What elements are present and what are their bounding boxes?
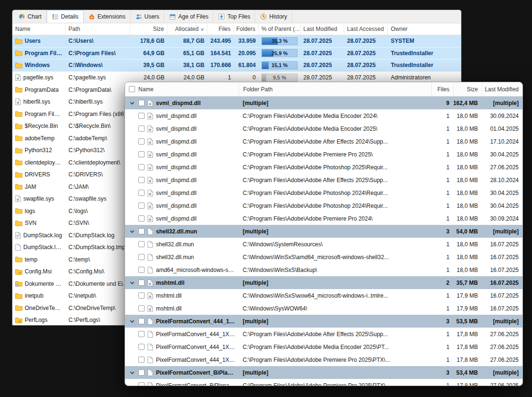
column-header-last-modified[interactable]: Last Modified [482,82,522,96]
row-checkbox[interactable] [138,280,145,286]
tab-age-of-files[interactable]: Age of Files [164,10,213,23]
column-header-name[interactable]: Name [12,23,66,35]
file-gear-icon [147,138,153,145]
row-checkbox[interactable] [138,203,145,209]
tab-history[interactable]: History [255,10,292,23]
row-name: PixelFormatConvert_BiPlanar_Frame.c... [156,382,235,387]
duplicate-file-row[interactable]: svml_dispmd.dllC:\Program Files\Adobe\Ad… [125,148,522,161]
column-header-owner[interactable]: Owner [388,23,461,35]
tab-details[interactable]: Details [47,10,84,23]
row-name: inetpub [25,292,43,299]
duplicate-file-row[interactable]: svml_dispmd.dllC:\Program Files\Adobe\Ad… [125,212,522,225]
duplicate-file-row[interactable]: svml_dispmd.dllC:\Program Files\Adobe\Ad… [125,186,522,199]
row-name: adobeTemp [25,135,55,142]
row-checkbox[interactable] [138,100,145,106]
row-checkbox[interactable] [138,344,145,350]
duplicate-file-row[interactable]: mshtml.dllC:\Windows\WinSxS\wow64_micros… [125,289,522,302]
chevron-down-icon[interactable] [129,281,135,285]
row-checkbox[interactable] [138,331,145,337]
details-row[interactable]: UsersC:\Users\178,6 GB88,7 GB243.49533.9… [12,35,461,48]
column-header-allocated[interactable]: Allocated∨ [167,23,207,35]
column-header-size[interactable]: Size [130,23,167,35]
details-row[interactable]: Program FilesC:\Program Files\64,9 GB65,… [12,48,461,60]
column-header-folders[interactable]: Folders [234,23,259,35]
duplicate-file-row[interactable]: PixelFormatConvert_BiPlanar_Frame.c...C:… [125,379,522,386]
duplicate-group-row[interactable]: PixelFormatConvert_BiPlanar_Frame.c...[m… [125,366,522,379]
row-checkbox[interactable] [138,369,145,376]
duplicate-file-row[interactable]: svml_dispmd.dllC:\Program Files\Adobe\Ad… [125,109,522,122]
duplicate-file-row[interactable]: svml_dispmd.dllC:\Program Files\Adobe\Ad… [125,122,522,135]
duplicate-file-row[interactable]: PixelFormatConvert_444_1Xu.cubinC:\Progr… [125,340,522,353]
last-modified-cell: 16.07.2025 [482,276,522,289]
row-checkbox[interactable] [138,164,145,170]
row-checkbox[interactable] [138,177,145,183]
row-checkbox[interactable] [138,254,145,260]
row-checkbox[interactable] [138,267,145,273]
row-checkbox[interactable] [138,138,145,145]
sort-indicator-icon[interactable]: ∨ [201,27,204,32]
column-header-last-accessed[interactable]: Last Accessed [344,23,388,35]
name-cell: svml_dispmd.dll [125,122,239,135]
last-accessed-cell: 28.07.2025 [344,59,388,71]
last-modified-cell: 30.09.2024 [482,109,522,122]
duplicate-group-row[interactable]: svml_dispmd.dll[multiple]9162,4 MB[multi… [125,97,522,109]
chevron-down-icon[interactable] [129,101,135,106]
row-checkbox[interactable] [138,215,145,222]
name-cell: swapfile.sys [12,193,66,205]
last-modified-cell: 28.07.2025 [300,59,344,71]
column-header-label: Files [437,86,449,93]
files-cell: 1 [431,238,453,251]
column-header-path[interactable]: Path [66,23,130,35]
row-checkbox[interactable] [138,151,145,157]
duplicate-file-row[interactable]: svml_dispmd.dllC:\Program Files\Adobe\Ad… [125,174,522,186]
duplicate-group-row[interactable]: shell32.dll.mun[multiple]354,0 MB[multip… [125,225,522,238]
select-all-checkbox[interactable] [129,86,135,92]
tab-top-files[interactable]: Top Files [213,10,255,23]
row-checkbox[interactable] [138,228,145,234]
folder-path-cell: C:\Program Files\Adobe\Adobe After Effec… [239,135,431,148]
chevron-down-icon[interactable] [129,229,135,234]
column-header-files[interactable]: Files [431,82,453,96]
column-header-percent-of-parent[interactable]: % of Parent (... [259,23,300,35]
column-header-name[interactable]: Name [125,82,239,96]
row-name: svml_dispmd.dll [156,215,196,222]
duplicate-file-row[interactable]: mshtml.dllC:\Windows\SysWOW64\117,9 MB16… [125,302,522,315]
row-checkbox[interactable] [138,305,145,311]
duplicate-file-row[interactable]: svml_dispmd.dllC:\Program Files\Adobe\Ad… [125,161,522,174]
row-name: mshtml.dll [156,305,182,312]
details-row[interactable]: WindowsC:\Windows\39,5 GB38,1 GB170.6666… [12,59,461,72]
column-header-last-modified[interactable]: Last Modified [300,23,344,35]
row-checkbox[interactable] [138,126,145,132]
column-header-files[interactable]: Files [207,23,234,35]
duplicate-file-row[interactable]: shell32.dll.munC:\Windows\SystemResource… [125,238,522,251]
row-checkbox[interactable] [138,113,145,119]
size-cell: 54,0 MB [453,225,482,238]
row-checkbox[interactable] [138,357,145,363]
chevron-down-icon[interactable] [129,319,135,324]
chevron-down-icon[interactable] [129,370,135,375]
tab-chart[interactable]: Chart [14,10,47,23]
column-header-folder-path[interactable]: Folder Path [239,82,431,96]
row-checkbox[interactable] [138,382,145,386]
size-cell: 17,8 MB [453,379,482,386]
tab-label: Age of Files [178,13,208,20]
duplicate-file-row[interactable]: amd64_microsoft-windows-shell32_3...C:\W… [125,263,522,276]
duplicate-file-row[interactable]: PixelFormatConvert_444_1Xu.cubinC:\Progr… [125,328,522,340]
duplicate-group-row[interactable]: mshtml.dll[multiple]235,7 MB16.07.2025 [125,276,522,289]
duplicate-file-row[interactable]: PixelFormatConvert_444_1Xu.cubinC:\Progr… [125,353,522,366]
column-header-size[interactable]: Size [453,82,482,96]
duplicate-file-row[interactable]: svml_dispmd.dllC:\Program Files\Adobe\Ad… [125,199,522,212]
duplicate-file-row[interactable]: svml_dispmd.dllC:\Program Files\Adobe\Ad… [125,135,522,148]
files-cell: 1 [431,135,453,148]
tab-extensions[interactable]: Extensions [84,10,131,23]
row-checkbox[interactable] [138,318,145,324]
row-checkbox[interactable] [138,190,145,196]
size-cell: 18,0 MB [453,251,482,263]
duplicate-group-row[interactable]: PixelFormatConvert_444_1Xu.cubin[multipl… [125,315,522,328]
row-checkbox[interactable] [138,292,145,299]
tab-users[interactable]: Users [131,10,164,23]
last-modified-cell: 27.06.2025 [482,379,522,386]
duplicate-file-row[interactable]: shell32.dll.munC:\Windows\WinSxS\amd64_m… [125,251,522,263]
row-checkbox[interactable] [138,241,145,247]
row-name: Config.Msi [25,268,52,275]
